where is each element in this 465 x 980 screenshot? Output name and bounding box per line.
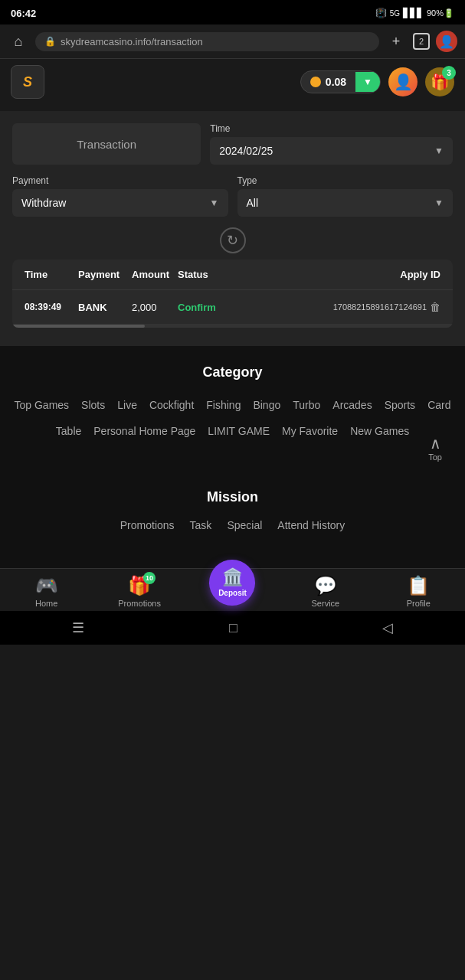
mission-link-attend-history[interactable]: Attend History bbox=[277, 519, 345, 531]
category-link-limit-game[interactable]: LIMIT GAME bbox=[208, 420, 270, 442]
col-amount: Amount bbox=[132, 269, 178, 280]
android-back-button[interactable]: ◁ bbox=[382, 619, 393, 636]
dropdown-arrow-icon: ▼ bbox=[363, 77, 372, 87]
browser-bar: ⌂ 🔒 skydreamcasino.info/transaction + 2 … bbox=[0, 24, 465, 59]
nav-service[interactable]: 💬 Service bbox=[303, 575, 349, 608]
category-link-card[interactable]: Card bbox=[427, 394, 450, 416]
category-link-sports[interactable]: Sports bbox=[385, 394, 415, 416]
category-link-table[interactable]: Table bbox=[56, 420, 81, 442]
transaction-title: Transaction bbox=[12, 123, 201, 165]
mission-links: Promotions Task Special Attend History bbox=[12, 519, 453, 531]
nav-home[interactable]: 🎮 Home bbox=[24, 575, 70, 608]
category-link-my-favorite[interactable]: My Favorite bbox=[282, 420, 338, 442]
signal-icon: 5G bbox=[390, 9, 400, 18]
android-home-button[interactable]: □ bbox=[229, 620, 237, 636]
scroll-hint bbox=[12, 325, 453, 328]
browser-profile-button[interactable]: 👤 bbox=[436, 31, 457, 52]
category-link-slots[interactable]: Slots bbox=[81, 394, 105, 416]
transaction-table: Time Payment Amount Status Apply ID 08:3… bbox=[12, 260, 453, 328]
vibrate-icon: 📳 bbox=[375, 8, 387, 18]
transaction-header: Transaction Time 2024/02/25 ▼ bbox=[12, 123, 453, 165]
service-icon: 💬 bbox=[314, 575, 337, 596]
category-link-new-games[interactable]: New Games bbox=[350, 420, 409, 442]
promotions-icon: 🎁 10 bbox=[128, 575, 151, 596]
category-link-fishing[interactable]: Fishing bbox=[206, 394, 241, 416]
profile-label: Profile bbox=[407, 599, 431, 608]
deposit-label: Deposit bbox=[218, 589, 247, 597]
category-link-arcades[interactable]: Arcades bbox=[332, 394, 372, 416]
mission-title: Mission bbox=[12, 489, 453, 505]
category-link-personal-home-page[interactable]: Personal Home Page bbox=[93, 420, 195, 442]
url-text: skydreamcasino.info/transaction bbox=[61, 36, 370, 47]
time-dropdown[interactable]: 2024/02/25 ▼ bbox=[210, 137, 453, 165]
wifi-icon: ▋▋▋ bbox=[403, 8, 424, 18]
balance-button[interactable]: 0.08 ▼ bbox=[300, 70, 381, 93]
col-status: Status bbox=[178, 269, 231, 280]
row-status: Confirm bbox=[178, 302, 231, 313]
time-label: Time bbox=[210, 123, 453, 134]
promotions-badge: 10 bbox=[143, 572, 156, 584]
mission-link-promotions[interactable]: Promotions bbox=[120, 519, 175, 531]
type-label: Type bbox=[237, 175, 454, 186]
url-path: /transaction bbox=[152, 36, 203, 47]
row-time: 08:39:49 bbox=[25, 302, 78, 312]
refresh-button[interactable]: ↻ bbox=[220, 227, 246, 253]
category-link-turbo[interactable]: Turbo bbox=[293, 394, 320, 416]
category-wrapper: Top Games Slots Live Cockfight Fishing B… bbox=[12, 394, 453, 465]
balance-dropdown-button[interactable]: ▼ bbox=[355, 72, 380, 92]
row-apply-id: 17088215891617124691 🗑 bbox=[231, 301, 440, 313]
payment-label: Payment bbox=[12, 175, 228, 186]
time-chevron-icon: ▼ bbox=[434, 145, 444, 156]
category-link-top-games[interactable]: Top Games bbox=[15, 394, 70, 416]
scroll-thumb bbox=[12, 325, 145, 328]
top-button[interactable]: ∧ Top bbox=[428, 434, 442, 462]
top-arrow-icon: ∧ bbox=[430, 434, 441, 452]
status-bar: 06:42 📳 5G ▋▋▋ 90% 🔋 bbox=[0, 0, 465, 24]
type-dropdown[interactable]: All ▼ bbox=[237, 189, 454, 217]
category-links: Top Games Slots Live Cockfight Fishing B… bbox=[12, 394, 453, 442]
status-icons: 📳 5G ▋▋▋ 90% 🔋 bbox=[375, 8, 454, 18]
avatar[interactable]: 👤 bbox=[388, 67, 418, 96]
balance-value: 0.08 bbox=[326, 76, 346, 88]
service-label: Service bbox=[312, 599, 340, 608]
col-time: Time bbox=[25, 269, 78, 280]
lock-icon: 🔒 bbox=[44, 36, 56, 47]
category-link-live[interactable]: Live bbox=[117, 394, 137, 416]
col-payment: Payment bbox=[78, 269, 132, 280]
deposit-button[interactable]: 🏛️ Deposit bbox=[209, 560, 255, 606]
logo: S bbox=[11, 65, 44, 99]
category-link-bingo[interactable]: Bingo bbox=[253, 394, 280, 416]
payment-chevron-icon: ▼ bbox=[210, 198, 219, 208]
battery-icon: 90% 🔋 bbox=[427, 8, 454, 18]
home-label: Home bbox=[35, 599, 57, 608]
category-link-cockfight[interactable]: Cockfight bbox=[149, 394, 194, 416]
mission-section: Mission Promotions Task Special Attend H… bbox=[0, 477, 465, 537]
app-header: S 0.08 ▼ 👤 🎁 3 bbox=[0, 59, 465, 105]
transaction-section: Transaction Time 2024/02/25 ▼ Payment Wi… bbox=[0, 111, 465, 346]
mission-link-task[interactable]: Task bbox=[190, 519, 212, 531]
payment-filter: Payment Withdraw ▼ bbox=[12, 175, 228, 217]
tab-count-button[interactable]: 2 bbox=[413, 33, 430, 50]
coin-icon bbox=[310, 77, 321, 87]
status-time: 06:42 bbox=[11, 8, 36, 19]
time-selector: Time 2024/02/25 ▼ bbox=[210, 123, 453, 165]
mission-link-special[interactable]: Special bbox=[227, 519, 262, 531]
delete-icon[interactable]: 🗑 bbox=[430, 301, 440, 313]
browser-home-button[interactable]: ⌂ bbox=[8, 31, 29, 52]
category-title: Category bbox=[12, 364, 453, 381]
type-filter: Type All ▼ bbox=[237, 175, 454, 217]
nav-promotions[interactable]: 🎁 10 Promotions bbox=[116, 575, 162, 608]
notification-badge: 3 bbox=[442, 66, 456, 80]
promotions-label: Promotions bbox=[118, 599, 161, 608]
url-bar[interactable]: 🔒 skydreamcasino.info/transaction bbox=[35, 32, 379, 51]
profile-icon: 📋 bbox=[407, 575, 430, 596]
category-section: Category Top Games Slots Live Cockfight … bbox=[0, 346, 465, 477]
nav-profile[interactable]: 📋 Profile bbox=[395, 575, 441, 608]
notification-button[interactable]: 🎁 3 bbox=[425, 67, 454, 96]
col-apply-id: Apply ID bbox=[231, 269, 440, 280]
type-chevron-icon: ▼ bbox=[434, 198, 444, 208]
table-header: Time Payment Amount Status Apply ID bbox=[12, 260, 453, 290]
payment-dropdown[interactable]: Withdraw ▼ bbox=[12, 189, 228, 217]
android-menu-button[interactable]: ☰ bbox=[72, 619, 84, 636]
new-tab-button[interactable]: + bbox=[385, 31, 407, 52]
